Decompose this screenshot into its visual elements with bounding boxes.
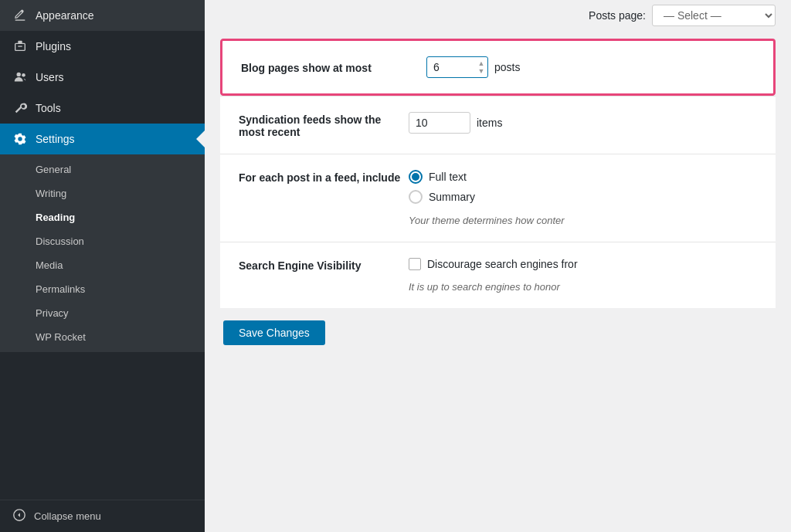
submenu-item-privacy[interactable]: Privacy	[0, 301, 205, 325]
blog-pages-control: ▲ ▼ posts	[426, 56, 755, 78]
sidebar: Appearance Plugins Users Tools Settings …	[0, 0, 205, 532]
feed-content-radio-group: Full text Summary Your theme determines …	[409, 170, 565, 226]
spinner-down-arrow[interactable]: ▼	[477, 68, 486, 75]
submenu-item-general[interactable]: General	[0, 158, 205, 181]
radio-summary-circle	[409, 190, 423, 204]
blog-pages-section: Blog pages show at most ▲ ▼ posts	[220, 39, 776, 96]
users-icon	[12, 69, 28, 85]
sidebar-item-settings[interactable]: Settings	[0, 124, 205, 154]
main-content: Posts page: — Select — Blog pages show a…	[205, 0, 791, 532]
radio-full-text-label: Full text	[429, 171, 467, 183]
blog-pages-suffix: posts	[494, 61, 520, 73]
feed-content-row: For each post in a feed, include Full te…	[220, 154, 776, 242]
search-visibility-control: Discourage search engines fror It is up …	[409, 258, 757, 293]
syndication-control: items	[409, 112, 757, 134]
submenu-item-discussion[interactable]: Discussion	[0, 229, 205, 253]
highlighted-wrapper: Blog pages show at most ▲ ▼ posts	[205, 31, 791, 96]
sidebar-item-plugins[interactable]: Plugins	[0, 31, 205, 62]
brush-icon	[12, 8, 28, 23]
search-visibility-checkbox[interactable]	[409, 258, 421, 270]
settings-icon	[12, 131, 28, 147]
sidebar-item-settings-label: Settings	[36, 133, 75, 145]
radio-full-text[interactable]: Full text	[409, 170, 565, 184]
syndication-input[interactable]	[409, 112, 470, 134]
submenu-item-media[interactable]: Media	[0, 253, 205, 277]
search-visibility-checkbox-label[interactable]: Discourage search engines fror	[409, 258, 578, 270]
save-button[interactable]: Save Changes	[223, 320, 325, 345]
sidebar-item-users-label: Users	[36, 71, 64, 83]
settings-card: Syndication feeds show the most recent i…	[220, 96, 776, 308]
sidebar-item-appearance-label: Appearance	[36, 9, 94, 22]
sidebar-item-tools-label: Tools	[36, 102, 61, 114]
settings-submenu: General Writing Reading Discussion Media…	[0, 154, 205, 352]
sidebar-item-plugins-label: Plugins	[36, 40, 71, 53]
feed-content-hint: Your theme determines how conter	[409, 215, 565, 226]
search-visibility-row: Search Engine Visibility Discourage sear…	[220, 242, 776, 308]
spinner-arrows: ▲ ▼	[477, 60, 486, 75]
posts-page-select[interactable]: — Select —	[652, 5, 776, 26]
posts-page-label: Posts page:	[589, 9, 646, 22]
search-visibility-label: Search Engine Visibility	[239, 258, 409, 272]
collapse-menu-button[interactable]: Collapse menu	[0, 500, 205, 532]
syndication-row: Syndication feeds show the most recent i…	[220, 97, 776, 154]
submenu-item-permalinks[interactable]: Permalinks	[0, 277, 205, 301]
submenu-item-wp-rocket[interactable]: WP Rocket	[0, 325, 205, 349]
submenu-item-writing[interactable]: Writing	[0, 181, 205, 205]
sidebar-item-tools[interactable]: Tools	[0, 93, 205, 124]
submenu-item-reading[interactable]: Reading	[0, 205, 205, 229]
svg-rect-1	[15, 43, 25, 50]
plugin-icon	[12, 39, 28, 54]
search-visibility-checkbox-text: Discourage search engines fror	[427, 258, 578, 270]
svg-point-4	[22, 73, 25, 77]
search-visibility-hint: It is up to search engines to honor	[409, 281, 757, 293]
radio-summary-label: Summary	[429, 191, 475, 203]
collapse-icon	[12, 508, 26, 524]
blog-pages-label: Blog pages show at most	[241, 60, 411, 74]
svg-point-3	[17, 73, 21, 76]
radio-full-text-circle	[409, 170, 423, 184]
radio-summary[interactable]: Summary	[409, 190, 565, 204]
top-row: Posts page: — Select —	[205, 0, 791, 31]
syndication-suffix: items	[477, 117, 502, 129]
collapse-menu-label: Collapse menu	[34, 510, 101, 522]
sidebar-item-users[interactable]: Users	[0, 62, 205, 93]
feed-content-control: Full text Summary Your theme determines …	[409, 170, 757, 226]
sidebar-item-appearance[interactable]: Appearance	[0, 0, 205, 31]
feed-content-label: For each post in a feed, include	[239, 170, 409, 184]
syndication-label: Syndication feeds show the most recent	[239, 112, 409, 138]
spinner-up-arrow[interactable]: ▲	[477, 60, 486, 67]
blog-pages-input-wrapper: ▲ ▼	[426, 56, 488, 78]
wrench-icon	[12, 100, 28, 116]
